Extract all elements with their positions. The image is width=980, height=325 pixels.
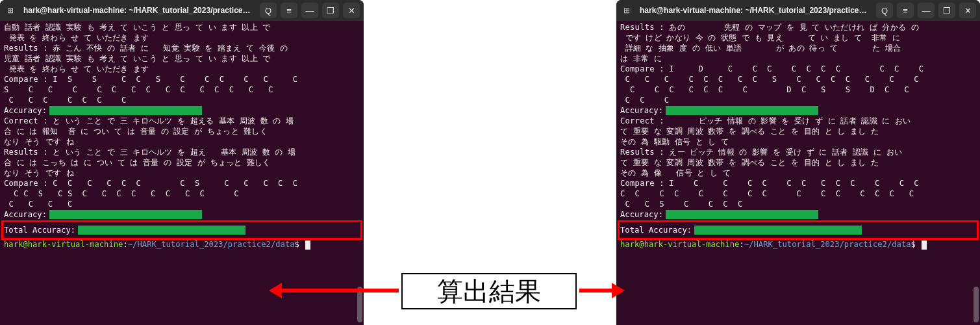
prompt-path: ~/HARK_tutorial_2023/practice2/data	[744, 240, 911, 249]
scroll-thumb[interactable]	[974, 287, 979, 322]
arrow-left	[281, 289, 399, 292]
terminal-line: Correct : と いう こと で 三 キロヘルツ を 超える 基本 周波 …	[4, 116, 360, 126]
terminal-line: Results : と いう こと で 三 キロヘルツ を 超え 基本 周波 数…	[4, 147, 360, 157]
terminal-line: C C C C C C C C C C C C C C C	[620, 188, 976, 199]
prompt-symbol: $	[295, 240, 305, 249]
newtab-icon[interactable]: ⊞	[620, 4, 633, 17]
accuracy-label: Accuracy:	[620, 209, 663, 220]
terminal-line: 児童 話者 認識 実験 も 考え て いこう と 思っ て い ます 以上 で	[4, 53, 360, 64]
menu-icon: ≡	[286, 6, 292, 16]
close-button[interactable]: ✕	[959, 3, 976, 18]
arrow-right	[579, 289, 613, 292]
terminal-line: Compare : I C C C C C C C C C C C C	[620, 178, 976, 188]
scrollbar[interactable]	[357, 22, 362, 322]
minimize-icon: —	[922, 6, 931, 16]
close-button[interactable]: ✕	[343, 3, 360, 18]
minimize-icon: —	[306, 6, 314, 16]
terminal-window-right: ⊞ hark@hark-virtual-machine: ~/HARK_tuto…	[616, 0, 980, 325]
terminal-line: その 為 駆動 信号 と し て	[620, 136, 976, 147]
maximize-icon: ❐	[943, 6, 951, 16]
terminal-line: 合 に は こっち は に つい て は 音量 の 設定 が ちょっと 難しく	[4, 157, 360, 168]
terminal-line: て 重要 な 変調 周波 数帯 を 調べる こと を 目的 と し まし た	[620, 126, 976, 136]
maximize-button[interactable]: ❐	[322, 3, 339, 18]
accuracy-value-redacted	[49, 106, 202, 115]
prompt-line[interactable]: hark@hark-virtual-machine:~/HARK_tutoria…	[4, 239, 360, 250]
search-icon: Q	[265, 6, 271, 16]
terminal-line: C C S C S C C C C C C C C C	[4, 188, 360, 199]
terminal-line: て 重要 な 変調 周波 数帯 を 調べる こと を 目的 と し まし た	[620, 157, 976, 168]
terminal-line: Results : 赤 こん 不快 の 話者 に 知覚 実験 を 踏まえ て 今…	[4, 43, 360, 53]
accuracy-row: Accuracy:	[4, 105, 360, 116]
close-icon: ✕	[348, 6, 355, 16]
total-accuracy-label: Total Accuracy:	[4, 225, 75, 235]
accuracy-label: Accuracy:	[4, 105, 47, 116]
scrollbar[interactable]	[974, 22, 979, 322]
result-label: 算出結果	[401, 273, 577, 309]
terminal-window-left: ⊞ hark@hark-virtual-machine: ~/HARK_tuto…	[0, 0, 364, 325]
accuracy-label: Accuracy:	[4, 209, 47, 220]
maximize-icon: ❐	[327, 6, 334, 16]
terminal-line: 詳細 な 抽象 度 の 低い 単語 が あの 待っ て た 場合	[620, 43, 976, 53]
terminal-line: Compare : I S S C C S C C C C C C	[4, 74, 360, 84]
titlebar: ⊞ hark@hark-virtual-machine: ~/HARK_tuto…	[616, 0, 980, 21]
terminal-line: Compare : I D C C C C C C C C C C	[620, 64, 976, 74]
prompt-user: hark@hark-virtual-machine	[4, 240, 123, 249]
terminal-line: 発表 を 終わら せ て いただき ます	[4, 32, 360, 43]
window-title: hark@hark-virtual-machine: ~/HARK_tutori…	[637, 6, 872, 15]
terminal-line: S C C C C C C C C C C C C C C	[4, 84, 360, 95]
total-accuracy-value-redacted	[694, 226, 862, 235]
accuracy-value-redacted	[49, 210, 202, 219]
menu-icon: ≡	[903, 6, 908, 16]
terminal-line: なり そう です ね	[4, 168, 360, 178]
terminal-line: C C S C C C C	[620, 199, 976, 209]
terminal-line: その 為 像 信号 と し て	[620, 168, 976, 178]
minimize-button[interactable]: —	[301, 3, 318, 18]
terminal-line: C C C C C C C C S C C C C C C C	[620, 74, 976, 84]
window-title: hark@hark-virtual-machine: ~/HARK_tutori…	[21, 6, 256, 15]
total-accuracy-label: Total Accuracy:	[620, 225, 692, 235]
menu-button[interactable]: ≡	[281, 3, 297, 18]
accuracy-value-redacted	[666, 210, 818, 219]
terminal-line: C C C C C C C	[4, 95, 360, 105]
terminal-output[interactable]: 自動 話者 認識 実験 も 考え て いこう と 思っ て い ます 以上 で …	[0, 21, 364, 325]
terminal-line: です けど かなり 今 の 状態 で も 見え て い まし て 非常 に	[620, 32, 976, 43]
terminal-line: Results : えー ピッチ 情報 の 影響 を 受け ず に 話者 認識 …	[620, 147, 976, 157]
minimize-button[interactable]: —	[918, 3, 935, 18]
terminal-line: Results : あの 先程 の マップ を 見 て いただけれ ば 分かる …	[620, 22, 976, 32]
prompt-path: ~/HARK_tutorial_2023/practice2/data	[128, 240, 295, 249]
terminal-line: Compare : C C C C C C C S C C C C C	[4, 178, 360, 188]
terminal-line: C C C	[620, 95, 976, 105]
terminal-line: なり そう です ね	[4, 136, 360, 147]
cursor	[922, 240, 927, 250]
total-accuracy-value-redacted	[78, 226, 245, 235]
search-button[interactable]: Q	[876, 3, 893, 18]
search-button[interactable]: Q	[260, 3, 277, 18]
titlebar: ⊞ hark@hark-virtual-machine: ~/HARK_tuto…	[0, 0, 364, 21]
terminal-line: 発表 を 終わら せ て いただき ます	[4, 64, 360, 74]
menu-button[interactable]: ≡	[897, 3, 914, 18]
accuracy-row: Accuracy:	[4, 209, 360, 220]
terminal-line: C C C C C C C D C S S D C C	[620, 84, 976, 95]
prompt-symbol: $	[911, 240, 921, 249]
total-accuracy-row: Total Accuracy:	[620, 221, 976, 239]
accuracy-row: Accuracy:	[620, 105, 976, 116]
prompt-user: hark@hark-virtual-machine	[620, 240, 739, 249]
terminal-line: C C C C	[4, 199, 360, 209]
search-icon: Q	[881, 6, 888, 16]
accuracy-row: Accuracy:	[620, 209, 976, 220]
terminal-line: 合 に は 報知 音 に つい て は 音量 の 設定 が ちょっと 難しく	[4, 126, 360, 136]
newtab-icon[interactable]: ⊞	[4, 4, 17, 17]
terminal-line: Correct : ピッチ 情報 の 影響 を 受け ず に 話者 認識 に お…	[620, 116, 976, 126]
cursor	[305, 240, 310, 250]
prompt-line[interactable]: hark@hark-virtual-machine:~/HARK_tutoria…	[620, 239, 976, 250]
terminal-line: は 非常 に	[620, 53, 976, 64]
terminal-output[interactable]: Results : あの 先程 の マップ を 見 て いただけれ ば 分かる …	[616, 21, 980, 325]
maximize-button[interactable]: ❐	[938, 3, 955, 18]
close-icon: ✕	[964, 6, 972, 16]
terminal-line: 自動 話者 認識 実験 も 考え て いこう と 思っ て い ます 以上 で	[4, 22, 360, 32]
accuracy-value-redacted	[666, 106, 818, 115]
accuracy-label: Accuracy:	[620, 105, 663, 116]
total-accuracy-row: Total Accuracy:	[4, 221, 360, 239]
